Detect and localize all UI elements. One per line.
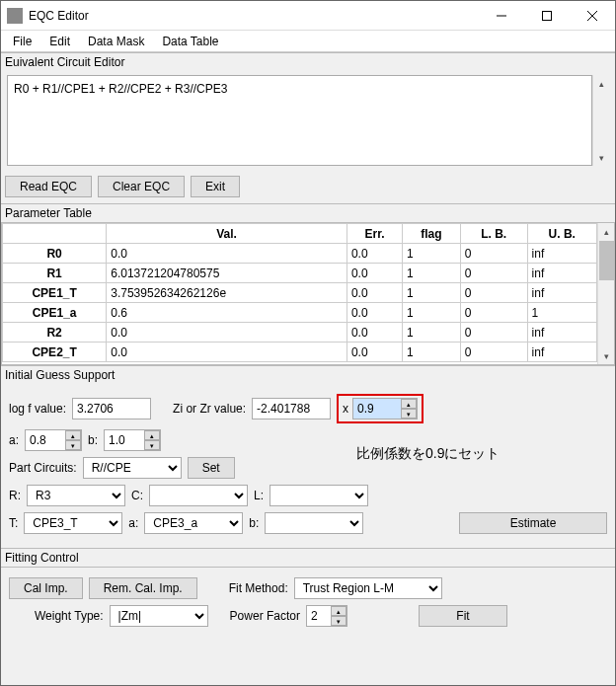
table-cell[interactable]: 0 xyxy=(460,244,527,264)
clear-eqc-button[interactable]: Clear EQC xyxy=(98,176,185,197)
fit-method-select[interactable]: Trust Region L-M xyxy=(294,577,442,599)
a-select[interactable]: CPE3_a xyxy=(144,512,243,534)
scale-spin-up[interactable]: ▴ xyxy=(401,399,417,409)
table-cell[interactable]: 0.0 xyxy=(346,264,402,283)
table-cell[interactable]: 1 xyxy=(403,244,461,264)
table-cell[interactable]: 1 xyxy=(403,264,461,283)
table-cell[interactable]: inf xyxy=(527,283,596,303)
table-cell[interactable]: 6.013721204780575 xyxy=(107,264,347,283)
power-spin-up[interactable]: ▴ xyxy=(331,606,346,616)
fit-button[interactable]: Fit xyxy=(419,605,507,627)
r-select[interactable]: R3 xyxy=(27,485,125,506)
table-cell[interactable]: 0 xyxy=(460,264,527,283)
power-factor-spinbox[interactable]: ▴▾ xyxy=(306,605,347,627)
part-circuits-select[interactable]: R//CPE xyxy=(83,457,182,479)
table-cell[interactable]: CPE1_T xyxy=(3,283,107,303)
table-cell[interactable]: R2 xyxy=(3,323,107,343)
table-row[interactable]: CPE1_T3.753952634262126e0.010inf xyxy=(3,283,597,303)
rem-cal-imp-button[interactable]: Rem. Cal. Imp. xyxy=(89,577,197,599)
menu-data-mask[interactable]: Data Mask xyxy=(80,33,152,50)
scroll-down-icon[interactable]: ▾ xyxy=(593,149,609,166)
table-cell[interactable]: 1 xyxy=(527,303,596,323)
table-cell[interactable]: 1 xyxy=(403,303,461,323)
scroll-up-icon[interactable]: ▴ xyxy=(593,75,609,92)
b-select[interactable] xyxy=(265,512,363,534)
table-row[interactable]: R16.0137212047805750.010inf xyxy=(3,264,597,283)
scale-annotation: 比例係数を0.9にセット xyxy=(356,445,500,463)
param-table[interactable]: Val.Err.flagL. B.U. B. R00.00.010infR16.… xyxy=(2,223,597,362)
maximize-button[interactable] xyxy=(524,1,570,30)
table-cell[interactable]: 0.6 xyxy=(107,303,347,323)
weight-type-select[interactable]: |Zm| xyxy=(110,605,208,627)
exit-button[interactable]: Exit xyxy=(191,176,240,197)
table-cell[interactable]: 0.0 xyxy=(346,283,402,303)
read-eqc-button[interactable]: Read EQC xyxy=(5,176,92,197)
table-cell[interactable]: inf xyxy=(527,343,596,362)
scale-spin-down[interactable]: ▾ xyxy=(401,409,417,419)
power-factor-input[interactable] xyxy=(307,606,331,626)
a-label: a: xyxy=(9,433,19,447)
table-header: U. B. xyxy=(527,224,596,244)
menu-data-table[interactable]: Data Table xyxy=(154,33,226,50)
table-cell[interactable]: inf xyxy=(527,323,596,343)
table-cell[interactable]: R1 xyxy=(3,264,107,283)
table-cell[interactable]: 0 xyxy=(460,303,527,323)
scroll-down-icon[interactable]: ▾ xyxy=(598,347,614,364)
scroll-thumb[interactable] xyxy=(599,241,614,280)
l-select[interactable] xyxy=(270,485,368,506)
b-spin-down[interactable]: ▾ xyxy=(144,440,160,450)
table-row[interactable]: R00.00.010inf xyxy=(3,244,597,264)
estimate-button[interactable]: Estimate xyxy=(459,512,607,534)
a-spinbox[interactable]: ▴▾ xyxy=(25,429,82,451)
menu-file[interactable]: File xyxy=(5,33,39,50)
a-spin-up[interactable]: ▴ xyxy=(65,430,81,440)
a-input[interactable] xyxy=(26,430,65,450)
table-cell[interactable]: 0.0 xyxy=(346,343,402,362)
t-select[interactable]: CPE3_T xyxy=(24,512,122,534)
table-header: flag xyxy=(403,224,461,244)
table-cell[interactable]: 0 xyxy=(460,323,527,343)
table-cell[interactable]: R0 xyxy=(3,244,107,264)
fitting-panel: Cal Imp. Rem. Cal. Imp. Fit Method: Trus… xyxy=(1,567,615,641)
eqc-formula-textarea[interactable]: R0 + R1//CPE1 + R2//CPE2 + R3//CPE3 xyxy=(7,75,592,166)
table-row[interactable]: CPE1_a0.60.0101 xyxy=(3,303,597,323)
table-cell[interactable]: inf xyxy=(527,264,596,283)
table-cell[interactable]: 0.0 xyxy=(346,303,402,323)
scroll-up-icon[interactable]: ▴ xyxy=(598,223,614,240)
table-cell[interactable]: 0.0 xyxy=(346,323,402,343)
power-spin-down[interactable]: ▾ xyxy=(331,616,346,626)
table-cell[interactable]: 0.0 xyxy=(346,244,402,264)
logf-input[interactable] xyxy=(72,398,151,419)
table-cell[interactable]: 1 xyxy=(403,343,461,362)
b-spinbox[interactable]: ▴▾ xyxy=(104,429,161,451)
table-cell[interactable]: 0 xyxy=(460,283,527,303)
c-select[interactable] xyxy=(149,485,248,506)
table-header: Err. xyxy=(346,224,402,244)
zi-input[interactable] xyxy=(252,398,331,419)
menu-edit[interactable]: Edit xyxy=(41,33,78,50)
power-factor-label: Power Factor xyxy=(230,609,300,623)
minimize-button[interactable] xyxy=(479,1,524,30)
table-cell[interactable]: 1 xyxy=(403,323,461,343)
scale-spinbox[interactable]: ▴▾ xyxy=(352,398,418,419)
table-row[interactable]: R20.00.010inf xyxy=(3,323,597,343)
table-cell[interactable]: CPE2_T xyxy=(3,343,107,362)
table-cell[interactable]: 1 xyxy=(403,283,461,303)
eqc-scrollbar[interactable]: ▴ ▾ xyxy=(592,75,609,166)
table-cell[interactable]: 0.0 xyxy=(107,323,347,343)
table-cell[interactable]: CPE1_a xyxy=(3,303,107,323)
table-cell[interactable]: inf xyxy=(527,244,596,264)
set-button[interactable]: Set xyxy=(188,457,235,479)
table-cell[interactable]: 0.0 xyxy=(107,244,347,264)
table-cell[interactable]: 0 xyxy=(460,343,527,362)
table-cell[interactable]: 0.0 xyxy=(107,343,347,362)
param-scrollbar[interactable]: ▴ ▾ xyxy=(597,223,614,364)
close-button[interactable] xyxy=(570,1,615,30)
scale-input[interactable] xyxy=(353,399,401,419)
table-cell[interactable]: 3.753952634262126e xyxy=(107,283,347,303)
cal-imp-button[interactable]: Cal Imp. xyxy=(9,577,83,599)
b-spin-up[interactable]: ▴ xyxy=(144,430,160,440)
a-spin-down[interactable]: ▾ xyxy=(65,440,81,450)
b-input[interactable] xyxy=(105,430,144,450)
table-row[interactable]: CPE2_T0.00.010inf xyxy=(3,343,597,362)
